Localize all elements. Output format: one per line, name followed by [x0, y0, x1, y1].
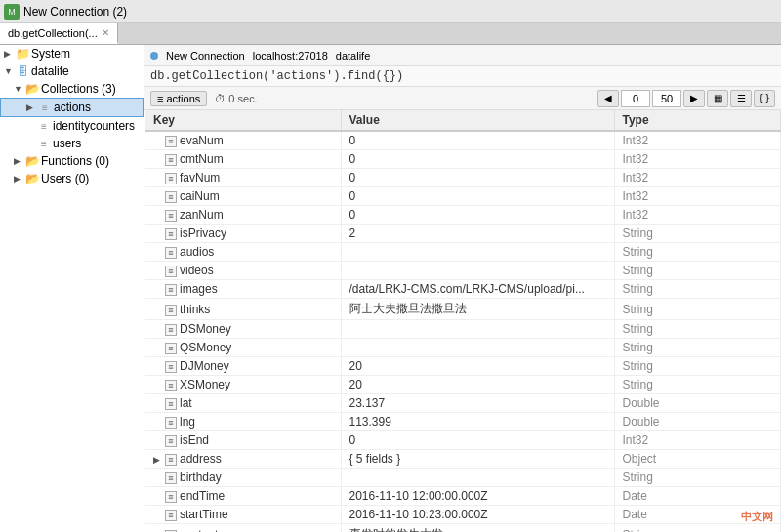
- table-cell-value: 0: [341, 206, 614, 225]
- tab-label: db.getCollection(...: [8, 27, 98, 39]
- folder-icon: 📁: [16, 47, 29, 61]
- row-type-icon: ≡: [165, 191, 177, 203]
- arrow-icon: ▶: [14, 156, 25, 166]
- collection-button[interactable]: ≡ actions: [150, 91, 207, 106]
- table-container: Key Value Type ≡evaNum0Int32≡cmtNum0Int3…: [144, 110, 781, 532]
- key-text: thinks: [180, 303, 210, 316]
- tab-bar: db.getCollection(... ✕: [0, 23, 781, 45]
- app-container: M New Connection (2) db.getCollection(..…: [0, 0, 781, 532]
- row-type-icon: ≡: [165, 343, 177, 354]
- collections-icon: 📂: [25, 82, 39, 96]
- header-key: Key: [145, 110, 341, 131]
- view-btn-2[interactable]: ☰: [730, 90, 752, 107]
- sidebar-item-datalife[interactable]: ▼ 🗄 datalife: [0, 62, 144, 80]
- table-cell-type: String: [614, 225, 780, 243]
- sidebar-item-system[interactable]: ▶ 📁 System: [0, 45, 144, 62]
- sidebar-label-identitycounters: identitycounters: [53, 119, 135, 133]
- main-layout: ▶ 📁 System ▼ 🗄 datalife ▼ 📂 Collections …: [0, 45, 781, 532]
- app-title: New Connection (2): [23, 5, 127, 19]
- collection-icon: ≡: [37, 137, 51, 150]
- table-cell-type: Object: [614, 450, 780, 469]
- table-cell-type: String: [614, 469, 780, 487]
- table-cell-value: 20: [341, 376, 614, 394]
- table-cell-value: 20: [341, 357, 614, 376]
- row-type-icon: ≡: [165, 154, 177, 166]
- sidebar-item-users[interactable]: ≡ users: [0, 135, 144, 152]
- connection-bar: New Connection localhost:27018 datalife: [144, 45, 781, 66]
- sidebar-label-collections: Collections (3): [41, 82, 116, 96]
- arrow-icon: ▼: [4, 66, 16, 76]
- table-cell-key: ≡thinks: [145, 299, 341, 320]
- table-cell-key: ≡videos: [145, 262, 341, 280]
- sidebar-item-users-group[interactable]: ▶ 📂 Users (0): [0, 170, 144, 187]
- key-text: startTime: [180, 508, 228, 521]
- row-type-icon: ≡: [165, 398, 177, 410]
- top-bar: M New Connection (2): [0, 0, 781, 23]
- row-type-icon: ≡: [165, 361, 177, 373]
- table-cell-key: ≡XSMoney: [145, 376, 341, 394]
- arrow-icon: ▶: [14, 174, 25, 184]
- table-cell-value: 0: [341, 187, 614, 206]
- table-cell-type: String: [614, 524, 780, 533]
- table-cell-type: Int32: [614, 206, 780, 225]
- key-text: favNum: [180, 171, 220, 184]
- connection-db: datalife: [336, 50, 370, 61]
- sidebar-item-actions[interactable]: ▶ ≡ actions: [0, 98, 144, 117]
- sidebar-label-datalife: datalife: [31, 64, 69, 78]
- row-type-icon: ≡: [165, 491, 177, 503]
- row-type-icon: ≡: [165, 210, 177, 222]
- query-text: db.getCollection('actions').find({}): [150, 69, 403, 83]
- table-cell-value: [341, 243, 614, 262]
- key-text: videos: [180, 264, 214, 277]
- table-cell-type: Double: [614, 413, 780, 431]
- table-cell-key: ▶ ≡address: [145, 450, 341, 469]
- table-cell-value: 2: [341, 225, 614, 243]
- key-text: birthday: [180, 471, 222, 484]
- row-type-icon: ≡: [165, 510, 177, 521]
- sidebar-item-functions[interactable]: ▶ 📂 Functions (0): [0, 152, 144, 170]
- table-cell-key: ≡startTime: [145, 506, 341, 524]
- key-text: zanNum: [180, 208, 224, 222]
- sidebar-label-users-group: Users (0): [41, 172, 89, 185]
- status-text: ⏱ 0 sec.: [215, 93, 257, 104]
- row-type-icon: ≡: [165, 305, 177, 316]
- key-text: isPrivacy: [180, 226, 226, 240]
- view-btn-1[interactable]: ▦: [707, 90, 728, 107]
- table-cell-value: [341, 262, 614, 280]
- row-type-icon: ≡: [165, 136, 177, 147]
- table-cell-type: String: [614, 299, 780, 320]
- row-type-icon: ≡: [165, 284, 177, 296]
- header-value: Value: [341, 110, 614, 131]
- tab-query[interactable]: db.getCollection(... ✕: [0, 23, 118, 44]
- table-cell-key: ≡evaNum: [145, 131, 341, 150]
- key-text: evaNum: [180, 134, 224, 147]
- nav-next-btn[interactable]: ▶: [683, 90, 705, 107]
- table-cell-type: Int32: [614, 431, 780, 450]
- tab-close-icon[interactable]: ✕: [102, 27, 109, 38]
- table-cell-value: 113.399: [341, 413, 614, 431]
- table-cell-key: ≡isPrivacy: [145, 225, 341, 243]
- table-cell-key: ≡birthday: [145, 469, 341, 487]
- nav-from-input[interactable]: [621, 90, 650, 107]
- nav-prev-btn[interactable]: ◀: [597, 90, 619, 107]
- table-cell-key: ≡lng: [145, 413, 341, 431]
- nav-to-input[interactable]: [652, 90, 681, 107]
- table-cell-key: ≡caiNum: [145, 187, 341, 206]
- sidebar-item-collections[interactable]: ▼ 📂 Collections (3): [0, 80, 144, 98]
- table-cell-key: ≡images: [145, 280, 341, 299]
- key-text: lng: [180, 415, 195, 429]
- table-cell-type: Int32: [614, 150, 780, 169]
- row-expand-icon[interactable]: ▶: [153, 455, 165, 465]
- view-btn-3[interactable]: { }: [754, 90, 775, 107]
- query-bar: db.getCollection('actions').find({}): [144, 66, 781, 87]
- table-cell-type: Int32: [614, 187, 780, 206]
- sidebar-item-identitycounters[interactable]: ≡ identitycounters: [0, 117, 144, 135]
- table-cell-value: [341, 339, 614, 357]
- connection-indicator: [150, 52, 158, 60]
- table-cell-key: ≡DJMoney: [145, 357, 341, 376]
- table-cell-key: ≡favNum: [145, 169, 341, 187]
- table-cell-key: ≡QSMoney: [145, 339, 341, 357]
- key-text: XSMoney: [180, 378, 230, 391]
- row-type-icon: ≡: [165, 435, 177, 447]
- table-cell-key: ≡content: [145, 524, 341, 533]
